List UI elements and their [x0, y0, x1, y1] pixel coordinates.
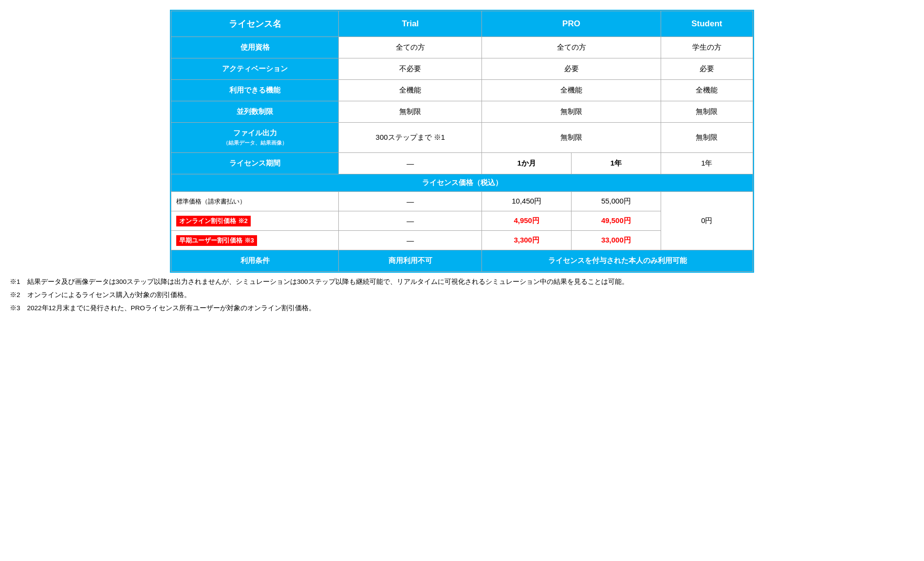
license-period-student: 1年: [661, 153, 753, 174]
license-table-wrapper: ライセンス名 Trial PRO Student 使用資格 全ての方 全ての方 …: [170, 10, 754, 273]
early-discount-label-cell: 早期ユーザー割引価格 ※3: [171, 231, 339, 250]
online-discount-trial: ―: [339, 211, 482, 231]
file-output-pro: 無制限: [482, 123, 661, 153]
activation-row: アクティベーション 不必要 必要 必要: [171, 58, 753, 80]
license-period-pro-yearly: 1年: [572, 153, 661, 174]
activation-pro: 必要: [482, 58, 661, 80]
conditions-pro-student: ライセンスを付与された本人のみ利用可能: [482, 250, 753, 272]
header-label: ライセンス名: [171, 11, 339, 37]
features-trial: 全機能: [339, 80, 482, 101]
features-label: 利用できる機能: [171, 80, 339, 101]
note1: ※1 結果データ及び画像データは300ステップ以降は出力されませんが、シミュレー…: [10, 277, 914, 288]
usage-rights-row: 使用資格 全ての方 全ての方 学生の方: [171, 37, 753, 58]
early-discount-label: 早期ユーザー割引価格 ※3: [176, 235, 257, 246]
parallel-limit-pro: 無制限: [482, 101, 661, 123]
online-discount-label: オンライン割引価格 ※2: [176, 216, 251, 226]
file-output-sub-label: （結果データ、結果画像）: [223, 140, 287, 146]
file-output-student: 無制限: [661, 123, 753, 153]
usage-rights-student: 学生の方: [661, 37, 753, 58]
conditions-row: 利用条件 商用利用不可 ライセンスを付与された本人のみ利用可能: [171, 250, 753, 272]
license-period-row: ライセンス期間 ― 1か月 1年 1年: [171, 153, 753, 174]
online-discount-pro-yearly: 49,500円: [572, 211, 661, 231]
early-discount-trial: ―: [339, 231, 482, 250]
standard-price-row: 標準価格（請求書払い） ― 10,450円 55,000円 0円: [171, 192, 753, 211]
header-student: Student: [661, 11, 753, 37]
license-price-header: ライセンス価格（税込）: [171, 174, 753, 192]
activation-trial: 不必要: [339, 58, 482, 80]
standard-price-label: 標準価格（請求書払い）: [171, 192, 339, 211]
conditions-label: 利用条件: [171, 250, 339, 272]
early-discount-pro-monthly: 3,300円: [482, 231, 572, 250]
standard-price-trial: ―: [339, 192, 482, 211]
file-output-label: ファイル出力 （結果データ、結果画像）: [171, 123, 339, 153]
header-trial: Trial: [339, 11, 482, 37]
standard-price-pro-monthly: 10,450円: [482, 192, 572, 211]
note2: ※2 オンラインによるライセンス購入が対象の割引価格。: [10, 290, 914, 301]
conditions-trial: 商用利用不可: [339, 250, 482, 272]
online-discount-pro-monthly: 4,950円: [482, 211, 572, 231]
file-output-main-label: ファイル出力: [233, 129, 277, 137]
activation-label: アクティベーション: [171, 58, 339, 80]
file-output-row: ファイル出力 （結果データ、結果画像） 300ステップまで ※1 無制限 無制限: [171, 123, 753, 153]
usage-rights-trial: 全ての方: [339, 37, 482, 58]
license-period-label: ライセンス期間: [171, 153, 339, 174]
activation-student: 必要: [661, 58, 753, 80]
features-student: 全機能: [661, 80, 753, 101]
features-pro: 全機能: [482, 80, 661, 101]
file-output-trial: 300ステップまで ※1: [339, 123, 482, 153]
license-price-header-row: ライセンス価格（税込）: [171, 174, 753, 192]
parallel-limit-row: 並列数制限 無制限 無制限 無制限: [171, 101, 753, 123]
license-table: ライセンス名 Trial PRO Student 使用資格 全ての方 全ての方 …: [171, 11, 753, 272]
license-period-pro-monthly: 1か月: [482, 153, 572, 174]
parallel-limit-label: 並列数制限: [171, 101, 339, 123]
early-discount-pro-yearly: 33,000円: [572, 231, 661, 250]
license-period-trial: ―: [339, 153, 482, 174]
online-discount-label-cell: オンライン割引価格 ※2: [171, 211, 339, 231]
features-row: 利用できる機能 全機能 全機能 全機能: [171, 80, 753, 101]
header-pro: PRO: [482, 11, 661, 37]
usage-rights-label: 使用資格: [171, 37, 339, 58]
usage-rights-pro: 全ての方: [482, 37, 661, 58]
parallel-limit-trial: 無制限: [339, 101, 482, 123]
note3: ※3 2022年12月末までに発行された、PROライセンス所有ユーザーが対象のオ…: [10, 303, 914, 314]
table-header-row: ライセンス名 Trial PRO Student: [171, 11, 753, 37]
standard-price-student: 0円: [661, 192, 753, 250]
parallel-limit-student: 無制限: [661, 101, 753, 123]
notes-section: ※1 結果データ及び画像データは300ステップ以降は出力されませんが、シミュレー…: [10, 277, 914, 314]
standard-price-pro-yearly: 55,000円: [572, 192, 661, 211]
